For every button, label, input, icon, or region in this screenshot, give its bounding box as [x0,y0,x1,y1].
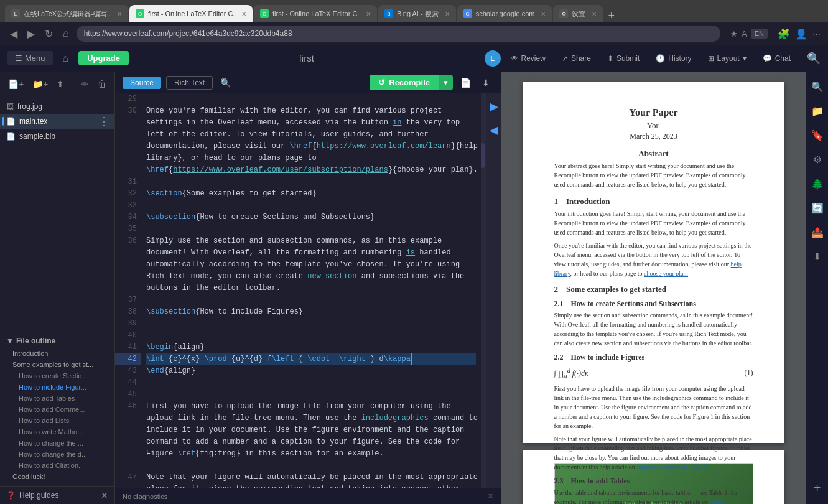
reload-button[interactable]: ↻ [42,26,55,42]
history-button[interactable]: 🕐 History [649,52,697,65]
layout-button[interactable]: ⊞ Layout ▾ [702,52,753,65]
code-42[interactable]: \int_{c}^{x} \prod_{u}^{d} f\left ( \cdo… [146,353,476,365]
tab-favicon-6: ⚙ [559,9,568,18]
chat-icon: 💬 [763,54,772,63]
ln-42: 42 [115,353,141,365]
outline-subitem-math[interactable]: How to write Matho... [0,426,114,437]
source-tab[interactable]: Source [123,77,161,89]
outline-subitem-change2[interactable]: How to change the d... [0,449,114,460]
outline-subitem-comments[interactable]: How to add Comme... [0,404,114,415]
diagnostics-close-icon[interactable]: ✕ [488,492,493,500]
including-images-link[interactable]: including images on Overleaf. [636,464,712,470]
code-46c: command to add a number and a caption to… [146,436,476,448]
file-more-icon[interactable]: ⋮ [98,114,109,128]
code-30b: left of the editor. To view tutorials, u… [146,129,476,141]
right-files-icon[interactable]: 📁 [807,101,827,121]
tab-latex-editor[interactable]: L 在线LaTeX公式编辑器-编写... ✕ [5,5,128,22]
editor-search-icon[interactable]: 🔍 [220,78,231,88]
new-tab-button[interactable]: + [604,9,618,22]
recompile-dropdown-btn[interactable]: ▾ [439,75,453,90]
bookmark-icon[interactable]: ★ [730,29,738,39]
right-download-icon[interactable]: ⬇ [809,247,825,266]
tab-scholar[interactable]: G scholar.google.com ✕ [457,5,552,22]
user-avatar[interactable]: L [485,50,501,67]
nav-right-arrow[interactable]: ▶ [487,97,501,116]
right-search-icon[interactable]: 🔍 [807,77,827,96]
back-button[interactable]: ◀ [7,26,20,42]
new-file-icon[interactable]: 📄+ [5,77,27,91]
tab-bing[interactable]: B Bing AI - 搜索 ✕ [378,5,456,22]
tables-link[interactable]: tables. [709,498,725,504]
ln-47b [115,483,141,488]
recompile-button[interactable]: ↺ Recompile [370,75,439,90]
ln-46c [115,436,141,448]
new-folder-icon[interactable]: 📁+ [29,77,51,91]
en-badge[interactable]: EN [751,29,768,39]
help-close-icon[interactable]: ✕ [101,490,108,500]
outline-subitem-tables[interactable]: How to add Tables [0,393,114,404]
delete-icon[interactable]: 🗑 [95,77,109,91]
pdf-download-icon[interactable]: 📄 [457,76,475,90]
translate-icon[interactable]: A [742,29,747,39]
outline-subitem-citations[interactable]: How to add Citation... [0,460,114,471]
share-button[interactable]: ↗ Share [556,52,597,65]
scrollbar-thumb[interactable] [481,143,485,168]
outline-subitem-change1[interactable]: How to change the ... [0,437,114,449]
right-settings-icon[interactable]: ⚙ [809,150,826,169]
search-header-btn[interactable]: 🔍 [807,52,821,65]
code-32: \section{Some examples to get started} [146,188,476,200]
tab-close-5[interactable]: ✕ [541,11,546,17]
tab-overleaf-first[interactable]: O first - Online LaTeX Editor C... ✕ [129,5,253,22]
right-share2-icon[interactable]: 📤 [807,223,827,242]
file-item-sample[interactable]: 📄 sample.bib [0,129,114,144]
outline-item-examples[interactable]: Some examples to get st... [0,359,114,370]
pdf-content[interactable]: Your Paper You March 25, 2023 Abstract Y… [501,72,806,504]
right-refresh-icon[interactable]: 🔄 [807,198,827,218]
edit-icon[interactable]: ✏ [78,77,92,91]
code-area[interactable]: Once you're familiar with the editor, yo… [141,93,481,488]
outline-subitem-sections[interactable]: How to create Sectio... [0,370,114,381]
outline-chevron-icon: ▼ [6,337,14,345]
right-plus-icon[interactable]: + [810,477,825,499]
rich-text-tab[interactable]: Rich Text [166,76,213,90]
forward-button[interactable]: ▶ [25,26,37,42]
menu-button[interactable]: ☰ Menu [7,51,53,65]
help-icon: ❓ [6,491,16,500]
code-43: \end{align} [146,365,476,377]
tab-close-6[interactable]: ✕ [592,11,597,17]
editor-scrollbar[interactable] [481,93,486,488]
upload-icon[interactable]: ⬆ [53,77,67,91]
extensions-btn[interactable]: 🧩 [778,28,790,40]
outline-header[interactable]: ▼ File outline [0,334,114,348]
outline-subitem-figures[interactable]: How to include Figur... [0,381,114,393]
outline-item-goodluck[interactable]: Good luck! [0,471,114,482]
file-item-frog[interactable]: 🖼 frog.jpg [0,99,114,114]
chat-button[interactable]: 💬 Chat [756,52,797,65]
profile-btn[interactable]: 👤 [795,28,807,40]
tab-overleaf-first2[interactable]: O first - Online LaTeX Editor C... ✕ [254,5,377,22]
submit-button[interactable]: ⬆ Submit [601,52,646,65]
tex-file-icon: 📄 [6,117,16,126]
outline-subitem-lists[interactable]: How to add Lists [0,415,114,426]
tab-close-3[interactable]: ✕ [366,11,371,17]
upgrade-button[interactable]: Upgrade [78,51,129,65]
more-btn[interactable]: ⋯ [812,29,821,39]
url-input[interactable]: https://www.overleaf.com/project/641e64a… [77,26,720,42]
outline-item-intro[interactable]: Introduction [0,348,114,359]
share-icon: ↗ [562,54,568,63]
code-38: \subsection{How to include Figures} [146,306,476,318]
nav-left-arrow[interactable]: ◀ [487,121,501,139]
file-item-main[interactable]: 📄 main.tex ⋮ [0,114,114,129]
pdf-share-icon[interactable]: ⬇ [478,76,493,90]
home-button[interactable]: ⌂ [60,26,72,42]
right-tree-icon[interactable]: 🌲 [807,174,827,194]
review-button[interactable]: 👁 Review [505,52,552,65]
tab-close-2[interactable]: ✕ [241,11,246,17]
home-icon-btn[interactable]: ⌂ [58,50,74,67]
tab-close-4[interactable]: ✕ [445,11,450,17]
choose-plan-link[interactable]: choose your plan. [644,270,688,277]
tab-settings[interactable]: ⚙ 设置 ✕ [553,5,603,22]
right-bookmark-icon[interactable]: 🔖 [807,126,827,145]
help-section[interactable]: ❓ Help guides ✕ [0,486,114,504]
tab-close-1[interactable]: ✕ [117,11,122,17]
